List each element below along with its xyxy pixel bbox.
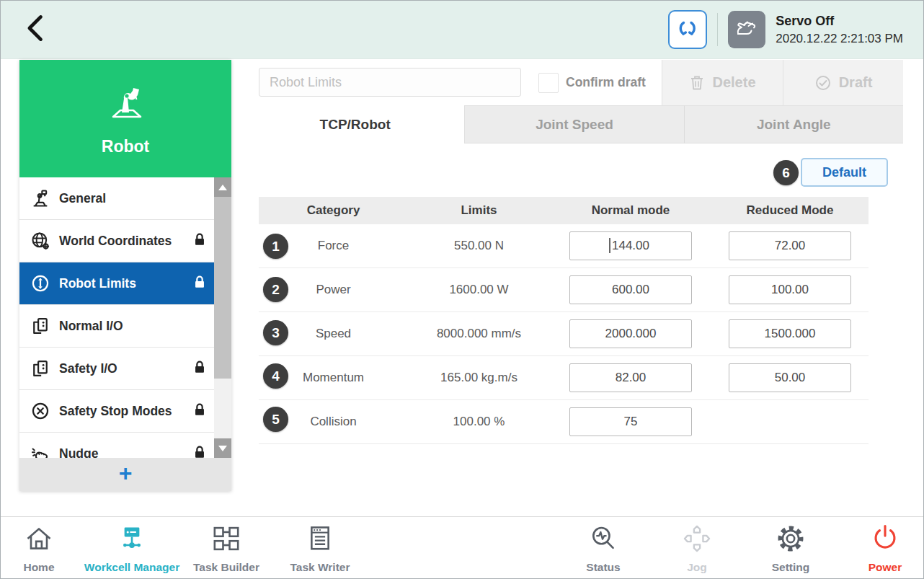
triangle-down-icon: [218, 446, 227, 451]
nav-label: Jog: [687, 561, 707, 574]
task-writer-icon: [304, 523, 336, 557]
nav-label: Power: [869, 561, 902, 574]
editor-header: Confirm draft Delete Draft: [246, 60, 903, 106]
normal-mode-input[interactable]: [570, 364, 691, 392]
reduced-mode-input[interactable]: [729, 364, 850, 392]
item-name-input[interactable]: [259, 68, 521, 97]
plus-icon: +: [119, 462, 133, 484]
power-icon: [869, 523, 901, 557]
sidebar-header-robot[interactable]: Robot: [19, 60, 231, 177]
gripper-icon: [676, 17, 699, 43]
sidebar-item-normal-io[interactable]: Normal I/O: [19, 305, 231, 348]
nav-label: Workcell Manager: [84, 561, 179, 574]
datetime: 2020.12.22 2:21:03 PM: [776, 32, 903, 46]
back-arrow-icon: [21, 34, 53, 46]
limit-cell: 1600.00 W: [408, 283, 550, 297]
normal-mode-input[interactable]: [570, 408, 691, 436]
add-workcell-item-button[interactable]: +: [19, 458, 231, 491]
lock-icon: [192, 359, 208, 378]
workcell-manager-icon: [116, 523, 148, 557]
nav-workcell-manager[interactable]: Workcell Manager: [78, 523, 186, 574]
scroll-up-button[interactable]: [214, 177, 231, 197]
hand-guide-button[interactable]: [728, 11, 765, 48]
callout-5: 5: [263, 407, 288, 432]
lock-icon: [192, 402, 208, 420]
nav-power[interactable]: Power: [831, 523, 924, 574]
tab-joint-angle[interactable]: Joint Angle: [684, 105, 903, 143]
top-bar: Servo Off 2020.12.22 2:21:03 PM: [1, 1, 923, 59]
app-screen: Servo Off 2020.12.22 2:21:03 PM Robot: [0, 0, 924, 579]
draft-label: Draft: [839, 74, 873, 91]
nav-label: Task Builder: [193, 561, 259, 574]
gear-icon: [775, 523, 807, 557]
nav-status[interactable]: Status: [549, 523, 657, 574]
servo-status: Servo Off: [776, 14, 903, 29]
table-header-row: Category Limits Normal mode Reduced Mode: [259, 197, 869, 224]
sidebar-item-label: Safety I/O: [59, 361, 117, 376]
scroll-down-button[interactable]: [214, 438, 231, 458]
table-row: Force 550.00 N: [259, 224, 869, 268]
column-header-normal-mode: Normal mode: [550, 203, 711, 218]
column-header-reduced-mode: Reduced Mode: [711, 203, 869, 218]
trash-icon: [689, 74, 705, 92]
reduced-mode-input[interactable]: [729, 232, 850, 260]
sidebar-item-world-coordinates[interactable]: World Coordinates: [19, 220, 231, 262]
limit-cell: 100.00 %: [408, 415, 550, 429]
normal-mode-input[interactable]: [570, 276, 691, 304]
task-builder-icon: [210, 523, 242, 557]
nav-setting[interactable]: Setting: [737, 523, 845, 574]
gripper-tool-button[interactable]: [668, 10, 707, 49]
sidebar-scrollbar[interactable]: [214, 177, 231, 458]
limit-cell: 8000.000 mm/s: [408, 327, 550, 341]
sidebar-item-label: General: [59, 191, 106, 206]
delete-button[interactable]: Delete: [662, 60, 783, 105]
bottom-nav: Home Workcell Manager Task Builder Task …: [1, 516, 923, 579]
sidebar-item-label: Robot Limits: [59, 276, 136, 291]
nav-label: Home: [23, 561, 54, 574]
lock-icon: [192, 274, 208, 293]
callout-2: 2: [263, 277, 288, 302]
draft-button[interactable]: Draft: [783, 60, 903, 105]
main-panel: Confirm draft Delete Draft TCP/Robot Joi…: [246, 60, 903, 505]
safety-stop-icon: [30, 401, 55, 421]
robot-general-icon: [30, 188, 55, 208]
sidebar-item-safety-io[interactable]: Safety I/O: [19, 348, 231, 390]
sidebar-item-robot-limits[interactable]: Robot Limits: [19, 262, 231, 305]
io-icon: [30, 316, 55, 336]
text-cursor: [609, 238, 610, 253]
nav-label: Status: [586, 561, 620, 574]
topbar-divider: [717, 13, 718, 46]
normal-mode-input[interactable]: [570, 232, 691, 260]
reduced-mode-input[interactable]: [729, 320, 850, 348]
confirm-draft-checkbox[interactable]: [538, 73, 559, 93]
nav-jog[interactable]: Jog: [643, 523, 751, 574]
world-coordinates-icon: [30, 231, 55, 251]
tab-tcp-robot[interactable]: TCP/Robot: [246, 105, 465, 143]
column-header-category: Category: [259, 203, 408, 218]
limits-table: Category Limits Normal mode Reduced Mode…: [259, 197, 869, 444]
sidebar-item-label: World Coordinates: [59, 234, 172, 249]
table-row: Momentum 165.00 kg.m/s: [259, 356, 869, 400]
table-row: Speed 8000.000 mm/s: [259, 312, 869, 356]
sidebar-item-label: Safety Stop Modes: [59, 404, 172, 419]
nav-task-builder[interactable]: Task Builder: [172, 523, 280, 574]
nav-label: Task Writer: [290, 561, 350, 574]
limit-cell: 550.00 N: [408, 239, 550, 253]
back-button[interactable]: [21, 12, 53, 44]
sidebar-list: General World Coordinates Robot Limits: [19, 177, 231, 491]
sidebar-item-label: Normal I/O: [59, 319, 123, 334]
sidebar-item-general[interactable]: General: [19, 177, 231, 220]
tab-joint-speed[interactable]: Joint Speed: [465, 105, 683, 143]
hand-icon: [734, 15, 760, 44]
sidebar-title: Robot: [102, 137, 149, 156]
callout-6: 6: [773, 160, 799, 185]
reduced-mode-input[interactable]: [729, 276, 850, 304]
nav-label: Setting: [772, 561, 810, 574]
default-button[interactable]: Default: [801, 158, 888, 187]
normal-mode-input[interactable]: [570, 320, 691, 348]
nav-task-writer[interactable]: Task Writer: [266, 523, 374, 574]
scrollbar-thumb[interactable]: [214, 197, 231, 379]
limit-cell: 165.00 kg.m/s: [408, 371, 550, 385]
column-header-limits: Limits: [408, 203, 550, 218]
sidebar-item-safety-stop-modes[interactable]: Safety Stop Modes: [19, 390, 231, 433]
